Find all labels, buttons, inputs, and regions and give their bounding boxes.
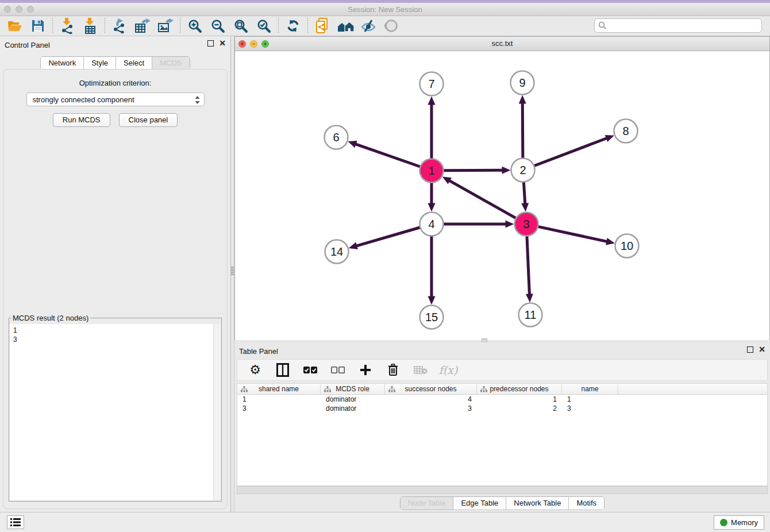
mcds-result-line: 3 <box>13 335 221 344</box>
hide-panel-button[interactable] <box>357 17 380 35</box>
tab-edge-table[interactable]: Edge Table <box>453 497 506 510</box>
run-mcds-button[interactable]: Run MCDS <box>53 113 110 127</box>
table-cell[interactable]: dominator <box>321 395 385 404</box>
toolbar-separator <box>307 18 308 34</box>
graph-edge-3-10[interactable] <box>538 226 615 245</box>
node-label: 14 <box>330 245 343 258</box>
table-scrollbar[interactable] <box>237 486 768 494</box>
splitter-grip[interactable] <box>231 266 234 275</box>
column-header-shared-name[interactable]: shared name <box>237 384 321 394</box>
tab-mcds[interactable]: MCDS <box>152 57 189 70</box>
table-cell[interactable]: 2 <box>477 404 562 413</box>
graph-edge-4-15[interactable] <box>428 236 436 305</box>
column-header-name[interactable]: name <box>562 384 618 394</box>
graph-edge-4-14[interactable] <box>349 228 421 249</box>
column-header-successor-nodes[interactable]: successor nodes <box>385 384 477 394</box>
graph-node-1[interactable]: 1 <box>420 159 444 183</box>
close-panel-button-mcds[interactable]: Close panel <box>119 113 178 127</box>
table-cell[interactable]: dominator <box>321 404 385 413</box>
graph-edge-2-8[interactable] <box>534 135 614 166</box>
network-canvas[interactable]: 7968124314101511 <box>235 51 769 340</box>
node-label: 3 <box>523 218 529 230</box>
columns-button[interactable] <box>275 363 290 377</box>
columns-icon <box>276 363 289 377</box>
tab-network-table[interactable]: Network Table <box>506 497 569 510</box>
graph-node-14[interactable]: 14 <box>325 240 349 264</box>
vertical-splitter[interactable] <box>230 36 234 512</box>
mcds-result-list[interactable]: 13 <box>10 324 221 500</box>
zoom-selected-button[interactable] <box>252 17 275 35</box>
graph-edge-3-11[interactable] <box>526 236 533 302</box>
export-table-button[interactable] <box>131 17 154 35</box>
tab-network[interactable]: Network <box>41 57 84 70</box>
graph-edge-1-4[interactable] <box>428 183 436 212</box>
import-table-button[interactable] <box>79 17 102 35</box>
table-cell[interactable]: 1 <box>562 395 618 404</box>
add-icon <box>360 364 371 376</box>
table-cell[interactable]: 3 <box>385 404 477 413</box>
graph-node-11[interactable]: 11 <box>519 303 542 327</box>
export-network-button[interactable] <box>108 17 131 35</box>
tab-select[interactable]: Select <box>116 57 152 70</box>
delete-column-button[interactable] <box>386 363 401 377</box>
graph-edge-1-7[interactable] <box>428 97 436 159</box>
save-session-button[interactable] <box>26 17 49 35</box>
float-panel-button[interactable] <box>207 40 214 47</box>
tab-motifs[interactable]: Motifs <box>569 497 604 510</box>
table-cell[interactable]: 3 <box>562 404 618 413</box>
graph-node-6[interactable]: 6 <box>325 126 348 149</box>
table-row[interactable]: 1dominator411 <box>237 395 767 404</box>
duplicate-network-button[interactable] <box>311 17 334 35</box>
memory-button[interactable]: Memory <box>714 515 764 530</box>
graph-edge-1-6[interactable] <box>348 141 420 167</box>
column-header-MCDS-role[interactable]: MCDS role <box>321 384 385 394</box>
tab-style[interactable]: Style <box>84 57 116 70</box>
float-table-panel-button[interactable] <box>747 346 753 353</box>
search-input[interactable] <box>594 18 762 33</box>
graph-node-2[interactable]: 2 <box>511 159 535 182</box>
result-scrollbar[interactable] <box>213 324 221 500</box>
network-window-titlebar[interactable]: × − + scc.txt <box>235 37 769 51</box>
graph-node-7[interactable]: 7 <box>420 72 444 96</box>
column-label: MCDS role <box>336 385 369 393</box>
task-history-button[interactable] <box>7 515 24 529</box>
column-header-predecessor-nodes[interactable]: predecessor nodes <box>477 384 562 394</box>
graph-node-8[interactable]: 8 <box>614 119 638 143</box>
graph-node-15[interactable]: 15 <box>420 306 444 329</box>
eye-button[interactable] <box>380 17 403 35</box>
graph-node-3[interactable]: 3 <box>515 213 538 236</box>
select-all-button[interactable] <box>303 363 318 377</box>
close-table-panel-button[interactable]: ✕ <box>759 346 765 353</box>
graph-edge-2-9[interactable] <box>519 95 526 158</box>
graph-edge-1-2[interactable] <box>443 167 510 174</box>
deselect-all-button[interactable] <box>330 363 345 377</box>
main-toolbar <box>0 16 770 36</box>
zoom-fit-button[interactable] <box>229 17 252 35</box>
add-column-button[interactable] <box>358 363 373 377</box>
tab-node-table[interactable]: Node Table <box>401 497 454 510</box>
graph-node-9[interactable]: 9 <box>511 71 534 95</box>
close-panel-button[interactable]: ✕ <box>219 40 226 47</box>
graph-edge-3-1[interactable] <box>442 177 516 218</box>
gear-button[interactable]: ⚙ <box>248 363 263 377</box>
table-cell[interactable]: 3 <box>237 404 321 413</box>
import-network-button[interactable] <box>56 17 79 35</box>
table-cell[interactable]: 1 <box>237 395 321 404</box>
save-session-icon <box>32 20 44 32</box>
open-session-button[interactable] <box>3 17 26 35</box>
gear-icon: ⚙ <box>249 364 261 376</box>
home-button[interactable] <box>334 17 357 35</box>
zoom-in-button[interactable] <box>183 17 206 35</box>
export-image-button[interactable] <box>154 17 177 35</box>
graph-edge-4-3[interactable] <box>444 221 514 228</box>
criterion-select[interactable]: strongly connected component <box>26 92 205 106</box>
control-panel: Control Panel ✕ NetworkStyleSelectMCDS O… <box>0 36 230 512</box>
graph-node-10[interactable]: 10 <box>615 234 639 258</box>
table-cell[interactable]: 1 <box>477 395 562 404</box>
refresh-button[interactable] <box>282 17 305 35</box>
table-row[interactable]: 3dominator323 <box>237 404 767 413</box>
graph-node-4[interactable]: 4 <box>420 213 444 236</box>
graph-edge-2-3[interactable] <box>521 182 529 211</box>
zoom-out-button[interactable] <box>206 17 229 35</box>
table-cell[interactable]: 4 <box>385 395 477 404</box>
